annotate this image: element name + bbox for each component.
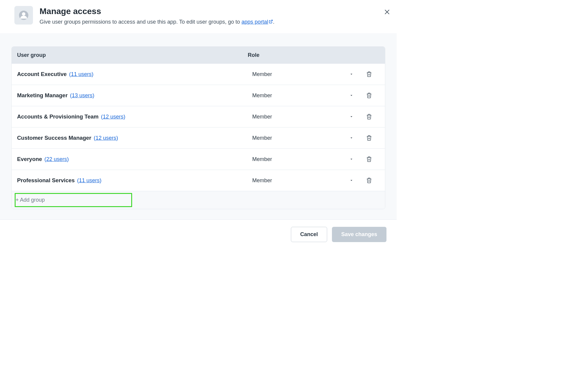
chevron-down-icon [350,115,353,118]
group-users: (22 users) [44,156,69,162]
group-cell: Customer Success Manager (12 users) [17,135,252,141]
manage-access-modal: Manage access Give user groups permissio… [0,0,397,375]
trash-icon [366,114,372,120]
external-link-icon [269,18,273,26]
delete-button[interactable] [359,92,380,98]
modal-subtitle: Give user groups permissions to access a… [40,18,388,26]
modal-title: Manage access [40,6,388,17]
add-group-button[interactable]: + Add group [16,197,45,203]
users-count-link[interactable]: 22 users [46,156,67,162]
table-row: Customer Success Manager (12 users) Memb… [12,127,385,149]
group-name: Account Executive [17,71,67,78]
chevron-down-icon [350,94,353,97]
delete-button[interactable] [359,114,380,120]
role-value: Member [252,135,272,141]
role-value: Member [252,156,272,162]
add-group-highlight: + Add group [15,193,132,207]
trash-icon [366,71,372,77]
group-users: (11 users) [77,177,101,184]
trash-icon [366,92,372,98]
chevron-down-icon [350,179,353,182]
delete-button[interactable] [359,135,380,141]
role-value: Member [252,71,272,78]
group-name: Marketing Manager [17,92,68,99]
group-cell: Marketing Manager (13 users) [17,92,252,99]
group-cell: Professional Services (11 users) [17,177,252,184]
group-cell: Everyone (22 users) [17,156,252,162]
delete-button[interactable] [359,156,380,162]
group-cell: Accounts & Provisioning Team (12 users) [17,113,252,120]
role-value: Member [252,92,272,99]
table-row: Accounts & Provisioning Team (12 users) … [12,106,385,127]
empty-area [0,249,397,375]
group-users: (13 users) [70,92,94,99]
role-value: Member [252,177,272,184]
group-users: (12 users) [101,113,125,120]
group-cell: Account Executive (11 users) [17,71,252,78]
trash-icon [366,156,372,162]
apps-portal-link[interactable]: apps portal [241,19,273,25]
save-changes-button[interactable]: Save changes [332,227,386,242]
trash-icon [366,177,372,183]
add-group-row: + Add group [12,191,385,209]
table-row: Marketing Manager (13 users) Member [12,85,385,106]
users-count-link[interactable]: 11 users [71,71,92,77]
users-count-link[interactable]: 11 users [79,177,99,183]
role-select[interactable]: Member [252,135,359,141]
group-name: Professional Services [17,177,75,184]
modal-body: User group Role Account Executive (11 us… [0,33,397,219]
table-header: User group Role [12,47,385,64]
table-row: Account Executive (11 users) Member [12,64,385,85]
cancel-button[interactable]: Cancel [291,227,327,242]
svg-line-2 [271,20,272,22]
close-button[interactable] [383,8,391,16]
group-name: Customer Success Manager [17,135,91,141]
group-name: Everyone [17,156,42,162]
role-select[interactable]: Member [252,71,359,78]
header-text: Manage access Give user groups permissio… [40,6,388,26]
role-select[interactable]: Member [252,114,359,120]
delete-button[interactable] [359,177,380,183]
app-avatar [14,6,33,25]
column-user-group: User group [17,52,248,58]
role-select[interactable]: Member [252,177,359,184]
chevron-down-icon [350,72,353,76]
group-users: (12 users) [94,135,118,141]
subtitle-suffix: . [273,19,274,25]
column-role: Role [248,52,359,58]
users-count-link[interactable]: 13 users [72,92,93,98]
chevron-down-icon [350,157,353,161]
trash-icon [366,135,372,141]
modal-footer: Cancel Save changes [0,219,397,249]
modal-header: Manage access Give user groups permissio… [0,0,397,33]
group-name: Accounts & Provisioning Team [17,113,99,120]
users-count-link[interactable]: 12 users [96,135,116,141]
table-row: Professional Services (11 users) Member [12,170,385,191]
column-actions [359,52,380,58]
role-select[interactable]: Member [252,156,359,162]
subtitle-text: Give user groups permissions to access a… [40,19,241,25]
person-icon [19,10,29,20]
group-users: (11 users) [69,71,93,78]
delete-button[interactable] [359,71,380,77]
access-table: User group Role Account Executive (11 us… [11,46,385,209]
role-select[interactable]: Member [252,92,359,99]
svg-point-1 [22,12,25,16]
close-icon [383,8,391,16]
table-row: Everyone (22 users) Member [12,149,385,170]
role-value: Member [252,114,272,120]
chevron-down-icon [350,136,353,140]
users-count-link[interactable]: 12 users [103,114,123,120]
